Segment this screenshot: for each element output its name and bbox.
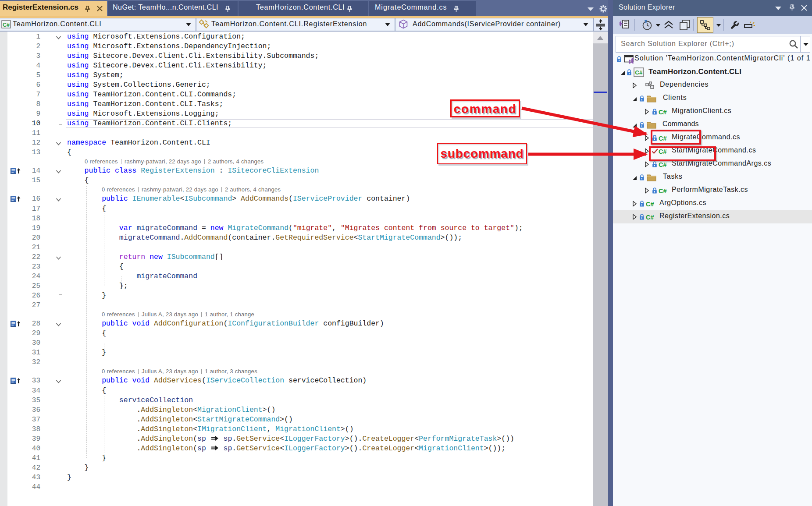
svg-text:C#: C# [659, 109, 667, 116]
svg-text:C#: C# [3, 22, 10, 28]
svg-text:C#: C# [659, 161, 667, 168]
svg-text:C#: C# [635, 69, 643, 76]
svg-text:C#: C# [646, 214, 654, 221]
svg-text:C#: C# [659, 188, 667, 195]
svg-text:C#: C# [646, 201, 654, 208]
